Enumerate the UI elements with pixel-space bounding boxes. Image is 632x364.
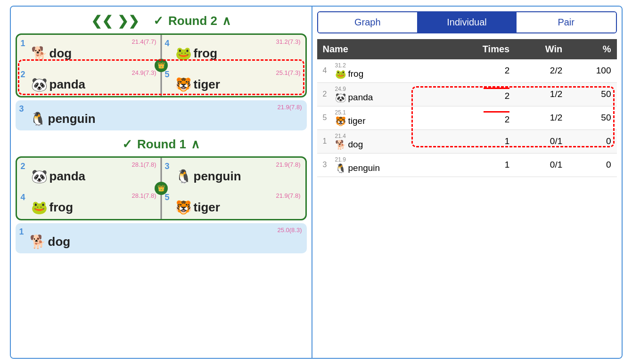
row-name-panda: 2 24.9 🐼 panda [317,82,444,106]
dog-name: dog [49,46,72,61]
round2-header: ❮❮ ❯❯ ✓ Round 2 ∧ [16,13,307,29]
round1-slot-4: 4 28.1(7.8) 🐸 frog [17,189,161,219]
round2-slot-4: 4 31.2(7.3) 🐸 frog [161,35,305,65]
r1-slot-animal-3: 🐧 penguin [175,169,301,184]
table-header-row: Name Times Win % [317,39,617,59]
tiger-emoji: 🐯 [175,77,192,92]
dbl-up-icon[interactable]: ❯❯ [117,13,139,29]
r1-frog-name: frog [49,200,74,215]
round1-solo-dog: 1 25.0(8.3) 🐕 dog [16,223,307,253]
round2-solo-penguin: 3 21.9(7.8) 🐧 penguin [16,100,307,130]
dog-pct: 0 [568,129,616,153]
dog-win: 0/1 [515,129,568,153]
table-row: 3 21.9 🐧 penguin 1 [317,153,617,177]
slot-num-4: 4 [165,39,170,49]
round2-down-icon[interactable]: ✓ [153,14,164,28]
round2-slot-5: 5 25.1(7.3) 🐯 tiger [161,66,305,96]
penguin-name: penguin [48,112,96,126]
round2-slot-2: 2 24.9(7.3) 🐼 panda [17,66,161,96]
panda-win: 1/2 [515,82,568,106]
round2-label: Round 2 [168,14,217,28]
frog-pct: 100 [568,59,616,83]
tiger-times: 2 [444,106,515,129]
table-row: 4 31.2 🐸 frog 2 2 [317,59,617,83]
row-name-frog: 4 31.2 🐸 frog [317,59,444,83]
left-panel: ❮❮ ❯❯ ✓ Round 2 ∧ 1 21.4(7.7) 🐕 dog [11,7,312,358]
panda-times: 2 [444,82,515,106]
round2-match-card: 1 21.4(7.7) 🐕 dog 2 24.9(7.3) 🐼 pa [16,33,307,97]
crown-badge-round1: 👑 [155,182,168,195]
r1-solo-score-1: 25.0(8.3) [30,227,302,233]
round2-slot-1: 1 21.4(7.7) 🐕 dog [17,35,161,65]
main-container: ❮❮ ❯❯ ✓ Round 2 ∧ 1 21.4(7.7) 🐕 dog [10,6,623,359]
dbl-down-icon[interactable]: ❮❮ [91,13,113,29]
penguin-row-emoji: 🐧 [335,163,346,174]
row-name-tiger: 5 25.1 🐯 tiger [317,106,444,129]
dog-times: 1 [444,129,515,153]
penguin-times: 1 [444,153,515,177]
round2-up-icon[interactable]: ∧ [222,14,231,28]
r1-slot-score-4: 28.1(7.8) [31,193,156,199]
table-row: 2 24.9 🐼 panda [317,82,617,106]
r1-solo-animal-1: 🐕 dog [30,234,302,250]
r1-penguin-emoji: 🐧 [175,169,192,184]
tab-graph[interactable]: Graph [318,12,418,32]
round1-slot-5: 5 21.9(7.8) 🐯 tiger [161,189,305,219]
r1-slot-score-3: 21.9(7.8) [175,162,301,168]
slot-animal-5: 🐯 tiger [175,77,301,92]
tiger-row-emoji: 🐯 [335,116,346,127]
round2-left-half: 1 21.4(7.7) 🐕 dog 2 24.9(7.3) 🐼 pa [17,35,161,96]
r1-dog-name: dog [48,235,71,249]
frog-win: 2/2 [515,59,568,83]
frog-row-emoji: 🐸 [335,69,346,80]
dog-row-name: dog [348,139,363,150]
tiger-win: 1/2 [515,106,568,129]
tab-individual[interactable]: Individual [417,12,517,32]
r1-slot-num-4: 4 [21,193,25,202]
panda-row-emoji: 🐼 [335,92,346,103]
col-pct: % [568,39,616,59]
slot-score-5: 25.1(7.3) [175,70,301,76]
round1-slot-3: 3 21.9(7.8) 🐧 penguin [161,158,305,188]
penguin-pct: 0 [568,153,616,177]
row-name-dog: 1 21.4 🐕 dog [317,129,444,153]
round1-left-half: 2 28.1(7.8) 🐼 panda 4 28.1(7.8) 🐸 frog [17,158,161,219]
slot-score-4: 31.2(7.3) [175,39,301,45]
r1-panda-emoji: 🐼 [31,169,48,184]
slot-animal-4: 🐸 frog [175,46,301,61]
solo-num-3: 3 [19,104,24,114]
r1-slot-animal-5: 🐯 tiger [175,200,301,215]
slot-num-2: 2 [21,70,25,80]
col-times: Times [444,39,515,59]
individual-table: Name Times Win % 4 31.2 [317,39,617,177]
r1-tiger-emoji: 🐯 [175,200,192,215]
round1-right-half: 3 21.9(7.8) 🐧 penguin 5 21.9(7.8) 🐯 tige… [161,158,305,219]
r1-tiger-name: tiger [194,200,220,215]
round1-up-icon[interactable]: ∧ [191,137,200,152]
tab-pair[interactable]: Pair [517,12,616,32]
r1-slot-num-3: 3 [165,162,170,171]
slot-score-1: 21.4(7.7) [31,39,156,45]
r1-slot-animal-4: 🐸 frog [31,200,156,215]
right-panel: Graph Individual Pair Name Times Win % [312,7,622,358]
panda-row-name: panda [348,92,373,103]
panda-pct: 50 [568,82,616,106]
frog-times: 2 [444,59,515,83]
slot-num-1: 1 [21,39,25,49]
slot-num-5: 5 [165,70,170,80]
solo-animal-3: 🐧 penguin [30,111,302,127]
round2-match-wrapper: 1 21.4(7.7) 🐕 dog 2 24.9(7.3) 🐼 pa [16,33,307,97]
round1-down-icon[interactable]: ✓ [122,137,132,152]
r1-slot-num-2: 2 [21,162,25,171]
r1-slot-num-5: 5 [165,193,170,202]
round1-slot-2: 2 28.1(7.8) 🐼 panda [17,158,161,188]
round1-match-wrapper: 2 28.1(7.8) 🐼 panda 4 28.1(7.8) 🐸 frog [16,156,307,220]
col-name: Name [317,39,444,59]
panda-emoji: 🐼 [31,77,48,92]
r1-panda-name: panda [49,169,86,184]
r1-frog-emoji: 🐸 [31,200,48,215]
frog-name: frog [194,46,218,61]
tab-bar: Graph Individual Pair [317,11,617,33]
slot-animal-1: 🐕 dog [31,46,156,61]
col-win: Win [515,39,568,59]
